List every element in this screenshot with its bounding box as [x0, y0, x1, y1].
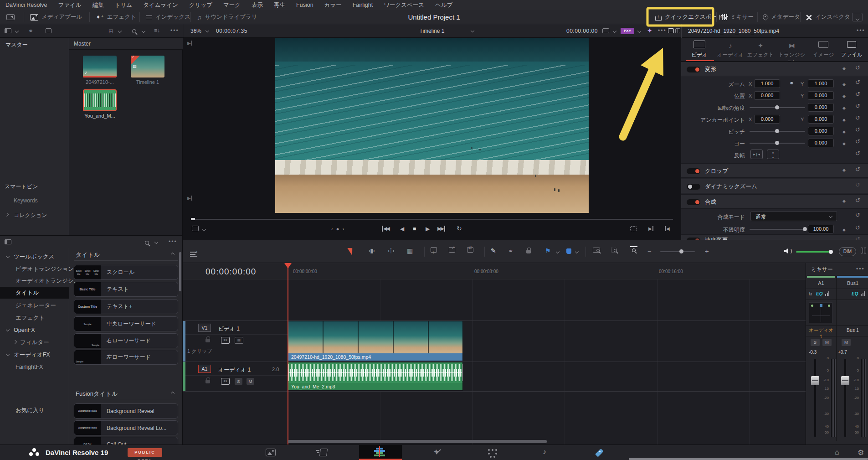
zoom-detail-icon[interactable]	[611, 247, 616, 254]
bin-root-master[interactable]: マスター	[5, 41, 28, 49]
link-icon[interactable]: ⚭	[789, 80, 794, 87]
title-item-text[interactable]: Basic Title テキスト	[74, 282, 178, 297]
tree-audiofx[interactable]: オーディオFX	[0, 349, 69, 361]
tree-filters[interactable]: フィルター	[0, 336, 69, 348]
tree-generators[interactable]: ジェネレーター	[0, 300, 69, 311]
stop-button[interactable]: ■	[413, 226, 416, 232]
zoom-full-extent-icon[interactable]	[593, 247, 600, 254]
play-reverse-button[interactable]: ◀	[400, 226, 404, 232]
video-auto-select-icon[interactable]: <>	[221, 337, 230, 344]
composite-section-header[interactable]: 合成 ◆↺	[681, 194, 868, 209]
title-item-lower-third-left[interactable]: Sample 左ローワーサード	[74, 350, 178, 365]
menu-help[interactable]: ヘルプ	[435, 1, 452, 9]
position-x-input[interactable]: 0.000	[754, 91, 780, 100]
timeline-zoom-slider[interactable]	[660, 251, 695, 252]
tab-image[interactable]: イメージ	[809, 41, 838, 58]
mute-button[interactable]: M	[247, 378, 254, 385]
bottom-scrollbar[interactable]	[629, 458, 868, 460]
app-menu[interactable]: DaVinci Resolve	[5, 2, 47, 8]
timeline-video-clip[interactable]: 20497210-hd_1920_1080_50fps.mp4	[288, 321, 463, 361]
opacity-input[interactable]: 100.00	[808, 225, 834, 233]
dim-button[interactable]: DIM	[839, 247, 856, 256]
menu-fairlight[interactable]: Fairlight	[353, 2, 373, 8]
bus1-fader-handle[interactable]	[841, 376, 849, 385]
media-clip-video-thumbnail[interactable]: ♪	[83, 56, 117, 78]
media-clip-label[interactable]: You_and_M...	[77, 113, 122, 119]
zoom-x-input[interactable]: 1.000	[754, 79, 780, 88]
zoom-out-button[interactable]: −	[647, 247, 652, 255]
timeline-name-chevron[interactable]	[471, 29, 474, 32]
keyframe-icon[interactable]: ◆	[842, 82, 846, 87]
prev-edit-icon[interactable]: ◀	[665, 226, 670, 231]
marker-chevron[interactable]	[575, 250, 579, 253]
reset-icon[interactable]: ↺	[855, 91, 860, 98]
bus1-mute-button[interactable]: M	[842, 339, 851, 346]
search-chevron[interactable]	[142, 29, 145, 33]
reset-icon[interactable]: ↺	[855, 114, 860, 121]
audio-auto-select-icon[interactable]: <>	[221, 378, 230, 385]
inspector-button[interactable]: インスペクタ	[806, 10, 850, 24]
menu-file[interactable]: ファイル	[58, 1, 81, 9]
sort-icon[interactable]: ≡↓	[154, 27, 160, 34]
overwrite-clip-icon[interactable]: ↗	[449, 247, 455, 254]
flip-vertical-button[interactable]: ▾▴	[767, 150, 779, 159]
effects-search-icon[interactable]	[145, 241, 149, 245]
menu-edit[interactable]: 編集	[92, 1, 104, 9]
reset-icon[interactable]: ↺	[855, 138, 860, 145]
retime-curve-icon[interactable]: ✎	[491, 247, 496, 254]
dynamic-trim-mode-icon[interactable]: ‹ᛙ›	[388, 247, 394, 254]
reset-icon[interactable]: ↺	[855, 79, 860, 86]
position-lock-icon[interactable]	[526, 247, 531, 254]
tab-file[interactable]: ファイル	[837, 41, 866, 58]
loop-button[interactable]: ↻	[457, 225, 462, 232]
menu-playback[interactable]: 再生	[274, 1, 285, 9]
mixer-button[interactable]: ミキサー	[722, 10, 754, 24]
video-enable-icon[interactable]: ▦	[235, 337, 243, 344]
smart-bin-keywords[interactable]: Keywords	[14, 197, 38, 204]
safe-area-icon[interactable]	[602, 28, 609, 35]
a1-fader-track[interactable]	[814, 359, 816, 437]
keyframe-icon[interactable]: ◆	[842, 106, 846, 110]
reset-icon[interactable]: ↺	[855, 64, 860, 71]
rotation-slider[interactable]	[750, 107, 805, 108]
media-pool-options-icon[interactable]: •••	[170, 27, 179, 34]
pitch-slider[interactable]	[750, 131, 805, 132]
goto-end-button[interactable]: ▶▶	[437, 226, 445, 232]
fusion-title-item-background-reveal[interactable]: Background Reveal Background Reveal	[74, 403, 178, 419]
metadata-button[interactable]: メタデータ	[763, 10, 800, 24]
audio-track-id[interactable]: A1	[198, 365, 211, 373]
next-edit-icon[interactable]: ▶	[648, 226, 653, 231]
viewer-overlay-icon[interactable]	[192, 226, 199, 233]
reset-icon[interactable]: ↺	[855, 150, 860, 157]
audio-track-name[interactable]: オーディオ 1	[218, 366, 251, 374]
keyframe-icon[interactable]: ◆	[842, 199, 846, 203]
reset-icon[interactable]: ↺	[855, 103, 860, 109]
anchor-y-input[interactable]: 0.000	[808, 115, 834, 124]
playhead-line[interactable]	[288, 263, 288, 444]
viewer-record-timecode[interactable]: 00:00:00:00	[566, 28, 598, 34]
clip-color-icon[interactable]	[46, 28, 51, 35]
goto-start-button[interactable]: ◀◀	[382, 226, 390, 232]
video-track-name[interactable]: ビデオ 1	[218, 325, 240, 333]
composite-mode-select[interactable]: 通常	[750, 211, 837, 221]
cut-page-button[interactable]	[320, 449, 327, 458]
keyframe-icon[interactable]: ◆	[842, 94, 846, 98]
flag-chevron[interactable]	[556, 250, 560, 253]
reset-icon[interactable]: ↺	[855, 181, 860, 188]
replace-clip-icon[interactable]: ⇄	[467, 247, 473, 254]
inspector-options-icon[interactable]: •••	[857, 27, 865, 34]
media-clip-label[interactable]: 20497210-...	[77, 79, 122, 85]
solo-button[interactable]: S	[235, 378, 242, 385]
opacity-slider[interactable]	[750, 229, 806, 230]
reset-icon[interactable]: ↺	[855, 197, 860, 204]
title-item-text-plus[interactable]: Custom Title テキスト+	[74, 299, 178, 314]
bin-view-icon[interactable]	[5, 28, 11, 35]
yaw-slider[interactable]	[750, 143, 805, 144]
effects-search-chevron[interactable]	[154, 240, 158, 244]
bin-view-chevron[interactable]	[15, 29, 19, 33]
rotation-input[interactable]: 0.000	[808, 103, 834, 112]
proxy-chevron[interactable]	[637, 29, 641, 33]
tree-titles-selected[interactable]: タイトル	[0, 287, 69, 299]
flag-icon[interactable]: ⚑	[545, 247, 551, 254]
timeline-master-timecode[interactable]: 00:00:00:00	[205, 267, 256, 277]
